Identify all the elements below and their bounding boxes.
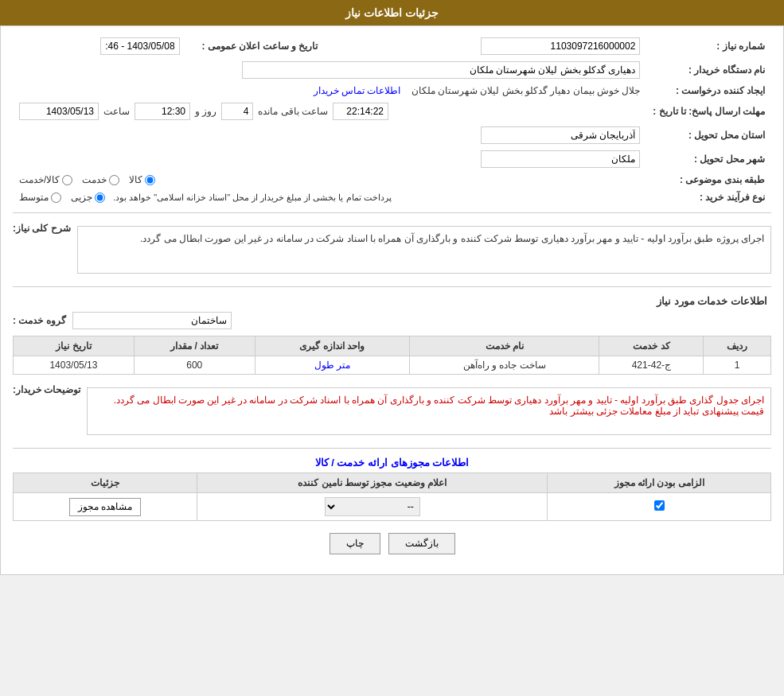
date-input[interactable] (19, 103, 99, 120)
table-row: 1 ج-42-421 ساخت جاده و راه‌آهن متر طول 6… (14, 356, 771, 375)
need-number-label: شماره نیاز : (646, 34, 771, 58)
remaining-input[interactable] (333, 103, 388, 120)
col-name: نام خدمت (410, 336, 599, 356)
date-time-row: ساعت روز و ساعت باقی مانده (19, 103, 640, 120)
province-input[interactable] (481, 126, 640, 144)
requester-label: ایجاد کننده درخواست : (646, 82, 771, 99)
province-label: استان محل تحویل : (646, 123, 771, 147)
row-buyer-org: نام دستگاه خریدار : (13, 58, 771, 82)
col-row: ردیف (704, 336, 771, 356)
row-date: مهلت ارسال پاسخ: تا تاریخ : ساعت روز و س… (13, 99, 771, 123)
buyer-notes-text: اجرای جدول گذاری طبق برآورد اولیه - تایی… (114, 395, 764, 417)
category-radio-group: کالا/خدمت خدمت کالا (19, 174, 640, 185)
announce-input[interactable] (100, 37, 180, 55)
print-button[interactable]: چاپ (330, 533, 380, 554)
col-code: کد خدمت (599, 336, 704, 356)
buyer-notes-label: توضیحات خریدار: (13, 381, 80, 395)
main-content: شماره نیاز : تاریخ و ساعت اعلان عمومی : … (0, 25, 784, 575)
description-section: شرح کلی نیاز: اجرای پروژه طبق برآورد اول… (13, 220, 771, 280)
process-radio1[interactable] (95, 192, 105, 203)
row-category: طبقه بندی موضوعی : کالا/خدمت خدمت کالا (13, 171, 771, 189)
category-radio-item-2: خدمت (82, 174, 119, 185)
row-requester: ایجاد کننده درخواست : جلال خوش بیمان دهی… (13, 82, 771, 99)
process-row: متوسط جزیی پرداخت تمام یا بخشی از مبلغ خ… (13, 189, 646, 206)
row-date: 1403/05/13 (14, 356, 135, 375)
unit-link[interactable]: متر طول (314, 360, 350, 371)
buyer-org-value (13, 58, 646, 82)
category-radio1[interactable] (145, 175, 155, 185)
requester-value: جلال خوش بیمان دهیار گدکلو بخش لیلان شهر… (13, 82, 646, 99)
row-province: استان محل تحویل : (13, 123, 771, 147)
process-note: پرداخت تمام یا بخشی از مبلغ خریدار از مح… (113, 192, 392, 203)
process-radio-group: متوسط جزیی (19, 192, 105, 203)
remaining-label: ساعت باقی مانده (258, 106, 328, 117)
city-input[interactable] (481, 150, 640, 168)
page-header: جزئیات اطلاعات نیاز (0, 0, 784, 25)
permissions-table: الزامی بودن ارائه مجوز اعلام وضعیت مجوز … (13, 472, 771, 521)
process-radio1-label: جزیی (71, 192, 92, 203)
divider-3 (13, 448, 771, 449)
divider-2 (13, 286, 771, 287)
buyer-notes-box: اجرای جدول گذاری طبق برآورد اولیه - تایی… (87, 387, 771, 435)
need-number-input[interactable] (481, 37, 640, 55)
category-radio3[interactable] (62, 175, 72, 185)
row-num: 1 (704, 356, 771, 375)
info-table: شماره نیاز : تاریخ و ساعت اعلان عمومی : … (13, 34, 771, 206)
time-label: ساعت (103, 106, 130, 117)
perm-required-checkbox[interactable] (654, 500, 665, 511)
back-button[interactable]: بازگشت (388, 533, 455, 554)
description-box: اجرای پروژه طبق برآورد اولیه - تایید و م… (77, 226, 771, 274)
row-quantity: 600 (134, 356, 255, 375)
province-value (13, 123, 646, 147)
process-radio2[interactable] (51, 192, 61, 203)
permissions-title[interactable]: اطلاعات مجوزهای ارائه خدمت / کالا (13, 457, 771, 469)
process-radio-item-1: جزیی (71, 192, 105, 203)
category-radio2[interactable] (109, 175, 119, 185)
services-table-head: ردیف کد خدمت نام خدمت واحد اندازه گیری ت… (14, 336, 771, 356)
services-header-row: ردیف کد خدمت نام خدمت واحد اندازه گیری ت… (14, 336, 771, 356)
perm-status-select[interactable]: -- (325, 497, 420, 516)
perm-col-status: اعلام وضعیت مجوز توسط نامین کننده (197, 473, 548, 493)
buyer-org-label: نام دستگاه خریدار : (646, 58, 771, 82)
view-permit-button[interactable]: مشاهده مجوز (69, 498, 141, 516)
service-group-label: گروه خدمت : (13, 315, 66, 326)
col-date: تاریخ نیاز (14, 336, 135, 356)
category-radio1-label: کالا (129, 174, 142, 185)
permissions-header-row: الزامی بودن ارائه مجوز اعلام وضعیت مجوز … (14, 473, 771, 493)
page-title: جزئیات اطلاعات نیاز (345, 6, 439, 19)
permissions-body: -- مشاهده مجوز (14, 493, 771, 521)
row-code: ج-42-421 (599, 356, 704, 375)
description-text: اجرای پروژه طبق برآورد اولیه - تایید و م… (140, 233, 764, 244)
row-unit: متر طول (255, 356, 409, 375)
time-input[interactable] (135, 103, 190, 120)
perm-col-required: الزامی بودن ارائه مجوز (548, 473, 771, 493)
service-group-input[interactable] (72, 312, 232, 329)
requester-text: جلال خوش بیمان دهیار گدکلو بخش لیلان شهر… (412, 85, 641, 96)
services-table: ردیف کد خدمت نام خدمت واحد اندازه گیری ت… (13, 336, 771, 375)
row-need-number: شماره نیاز : تاریخ و ساعت اعلان عمومی : (13, 34, 771, 58)
process-radio2-label: متوسط (19, 192, 49, 203)
buyer-org-input[interactable] (242, 61, 640, 79)
day-input[interactable] (221, 103, 253, 120)
category-radio3-label: کالا/خدمت (19, 174, 60, 185)
announce-value (13, 34, 186, 58)
process-radio-item-2: متوسط (19, 192, 61, 203)
divider-1 (13, 212, 771, 213)
buyer-notes-section: توضیحات خریدار: اجرای جدول گذاری طبق برآ… (13, 381, 771, 441)
city-value (13, 147, 646, 171)
process-row-inner: متوسط جزیی پرداخت تمام یا بخشی از مبلغ خ… (19, 192, 640, 203)
date-row: ساعت روز و ساعت باقی مانده (13, 99, 646, 123)
announce-label: تاریخ و ساعت اعلان عمومی : (186, 34, 325, 58)
perm-details-cell: مشاهده مجوز (14, 493, 197, 521)
permissions-section: اطلاعات مجوزهای ارائه خدمت / کالا الزامی… (13, 457, 771, 521)
requester-contact-link[interactable]: اطلاعات تماس خریدار (314, 85, 401, 96)
permissions-row: -- مشاهده مجوز (14, 493, 771, 521)
date-label: مهلت ارسال پاسخ: تا تاریخ : (646, 99, 771, 123)
category-radio-item-3: کالا/خدمت (19, 174, 72, 185)
col-unit: واحد اندازه گیری (255, 336, 409, 356)
category-label: طبقه بندی موضوعی : (646, 171, 771, 189)
group-service-row: گروه خدمت : (13, 312, 771, 329)
row-process: نوع فرآیند خرید : متوسط جزیی (13, 189, 771, 206)
permissions-head: الزامی بودن ارائه مجوز اعلام وضعیت مجوز … (14, 473, 771, 493)
city-label: شهر محل تحویل : (646, 147, 771, 171)
